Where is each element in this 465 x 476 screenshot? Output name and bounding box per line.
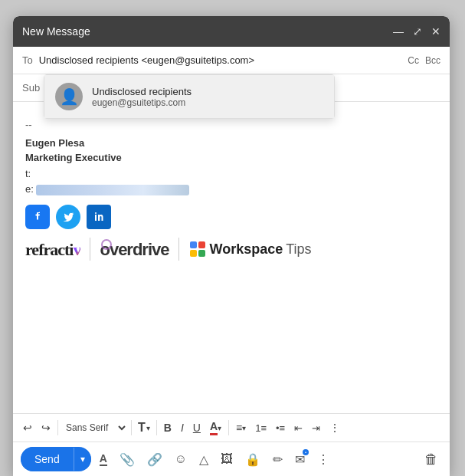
facebook-icon[interactable]: [25, 205, 50, 229]
brand-logos: refractiv o verdrive: [25, 237, 437, 262]
cc-button[interactable]: Cc: [408, 55, 419, 66]
bullet-list-button[interactable]: •≡: [272, 419, 289, 437]
tips-label: Tips: [286, 239, 311, 260]
to-field[interactable]: To Undisclosed recipients <eugen@gsuitet…: [13, 47, 450, 74]
brand-separator-1: [90, 238, 90, 261]
pen-icon: ✏: [273, 452, 283, 467]
svg-rect-0: [190, 241, 197, 248]
font-size-icon: T: [138, 421, 146, 435]
underline-button[interactable]: U: [189, 419, 205, 437]
linkedin-icon[interactable]: [87, 205, 111, 229]
to-value: Undisclosed recipients <eugen@gsuitetips…: [39, 54, 408, 66]
autocomplete-email: eugen@gsuitetips.com: [92, 97, 192, 108]
subject-label: Sub: [22, 82, 40, 94]
title-bar: New Message — ⤢ ✕: [13, 16, 450, 47]
compose-body: To Undisclosed recipients <eugen@gsuitet…: [13, 47, 450, 476]
align-button[interactable]: ≡ ▾: [232, 419, 250, 437]
align-chevron-icon: ▾: [242, 424, 246, 432]
overdrive-logo: o verdrive: [100, 237, 169, 262]
indent-increase-button[interactable]: ⇥: [308, 419, 324, 437]
numbered-list-button[interactable]: 1≡: [251, 419, 270, 437]
social-icons: [25, 205, 437, 229]
minimize-button[interactable]: —: [393, 25, 404, 38]
toolbar-divider-1: [57, 420, 58, 435]
sig-tel: t:: [25, 166, 437, 182]
svg-rect-2: [190, 250, 197, 257]
italic-button[interactable]: I: [177, 419, 188, 437]
indent-decrease-button[interactable]: ⇤: [290, 419, 306, 437]
to-label: To: [22, 54, 33, 66]
format-text-icon: A: [100, 452, 107, 466]
bold-button[interactable]: B: [160, 419, 175, 437]
sig-email: e:: [25, 182, 437, 197]
format-text-button[interactable]: A: [96, 449, 111, 469]
close-button[interactable]: ✕: [431, 25, 440, 38]
font-size-chevron-icon: ▾: [146, 424, 150, 432]
text-color-button[interactable]: A ▾: [206, 417, 225, 438]
toolbar-divider-3: [156, 420, 157, 435]
autocomplete-item[interactable]: 👤 Undisclosed recipients eugen@gsuitetip…: [44, 75, 334, 118]
attach-file-button[interactable]: 📎: [116, 449, 139, 470]
more-format-button[interactable]: ⋮: [326, 419, 344, 437]
workspace-tips-logo: Workspace Tips: [188, 239, 312, 260]
more-options-button[interactable]: ⋮: [313, 449, 333, 470]
window-controls: — ⤢ ✕: [393, 25, 440, 38]
autocomplete-name: Undisclosed recipients: [92, 86, 192, 97]
bullet-list-icon: •≡: [276, 422, 285, 434]
more-format-icon: ⋮: [329, 422, 340, 434]
brand-separator-2: [178, 238, 179, 261]
attach-icon: 📎: [120, 452, 135, 467]
autocomplete-dropdown: 👤 Undisclosed recipients eugen@gsuitetip…: [44, 74, 335, 119]
compose-window: New Message — ⤢ ✕ To Undisclosed recipie…: [13, 16, 450, 476]
align-icon: ≡: [236, 422, 242, 434]
window-title: New Message: [22, 25, 90, 38]
person-icon: 👤: [60, 87, 79, 106]
indent-decrease-icon: ⇤: [294, 422, 303, 434]
emoji-icon: ☺: [175, 452, 187, 466]
insert-photo-button[interactable]: 🖼: [217, 449, 237, 469]
toolbar-divider-2: [131, 420, 132, 435]
workspace-label: Workspace: [210, 239, 283, 260]
refractiv-logo: refractiv: [25, 237, 80, 262]
drive-button[interactable]: △: [195, 449, 212, 470]
maximize-button[interactable]: ⤢: [413, 25, 422, 38]
message-content[interactable]: -- Eugen Plesa Marketing Executive t: e:: [13, 102, 450, 413]
twitter-icon[interactable]: [56, 205, 80, 229]
emoji-button[interactable]: ☺: [171, 449, 191, 469]
discard-button[interactable]: 🗑: [421, 448, 442, 471]
bcc-button[interactable]: Bcc: [425, 55, 440, 66]
sig-tel-label: t:: [25, 168, 31, 179]
lock-icon: 🔒: [245, 452, 260, 467]
svg-rect-3: [198, 250, 205, 257]
signature-button[interactable]: ✉ •: [291, 449, 309, 470]
signature-badge: •: [303, 449, 309, 455]
sig-title: Marketing Executive: [25, 150, 437, 166]
trash-icon: 🗑: [424, 451, 438, 468]
sig-email-label: e:: [25, 183, 34, 195]
signature-pen-button[interactable]: ✏: [269, 449, 287, 470]
drive-icon: △: [199, 452, 208, 467]
text-color-chevron-icon: ▾: [218, 424, 221, 432]
numbered-list-icon: 1≡: [255, 422, 267, 434]
cc-bcc-actions: Cc Bcc: [408, 55, 440, 66]
font-size-button[interactable]: T ▾: [135, 419, 153, 437]
redo-button[interactable]: ↪: [38, 419, 54, 437]
font-family-select[interactable]: Sans Serif Serif Monospace: [61, 419, 128, 436]
send-button-group: Send ▾: [21, 447, 91, 471]
workspace-tips-icon: [188, 240, 207, 258]
insert-link-button[interactable]: 🔗: [143, 449, 166, 470]
photo-icon: 🖼: [221, 452, 233, 466]
formatting-toolbar: ↩ ↪ Sans Serif Serif Monospace T ▾ B I U…: [13, 413, 450, 442]
confidential-button[interactable]: 🔒: [241, 449, 264, 470]
sig-email-value: [36, 185, 189, 195]
autocomplete-text-block: Undisclosed recipients eugen@gsuitetips.…: [92, 86, 192, 108]
undo-button[interactable]: ↩: [19, 419, 36, 437]
avatar: 👤: [55, 83, 83, 110]
link-icon: 🔗: [147, 452, 162, 467]
sig-name: Eugen Plesa: [25, 136, 437, 151]
send-button[interactable]: Send: [21, 447, 74, 471]
indent-increase-icon: ⇥: [312, 422, 320, 434]
more-options-icon: ⋮: [317, 452, 329, 467]
toolbar-divider-4: [228, 420, 229, 435]
send-dropdown-button[interactable]: ▾: [74, 448, 91, 471]
